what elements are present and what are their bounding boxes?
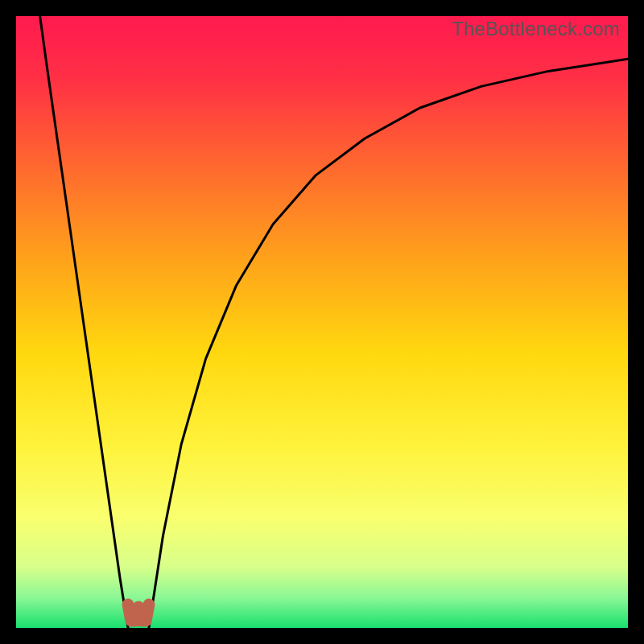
plot-area: TheBottleneck.com bbox=[16, 16, 628, 628]
series-right-branch bbox=[149, 59, 628, 628]
series-left-branch bbox=[40, 16, 128, 628]
series-bottom-lobe bbox=[128, 605, 149, 621]
watermark-text: TheBottleneck.com bbox=[452, 18, 620, 40]
chart-curves bbox=[16, 16, 628, 628]
chart-frame: TheBottleneck.com bbox=[0, 0, 644, 644]
